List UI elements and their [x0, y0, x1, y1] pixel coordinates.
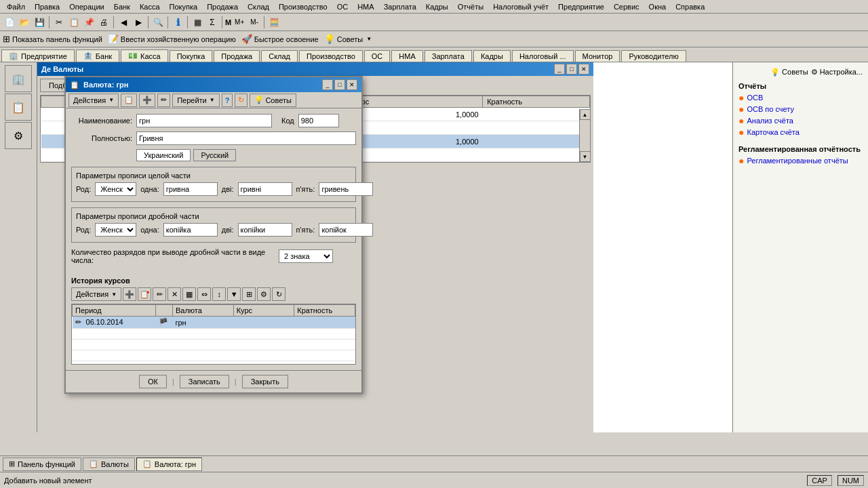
- right-panel-settings[interactable]: ⚙ Настройка...: [811, 68, 863, 77]
- modal-tips-btn[interactable]: 💡 Советы: [250, 94, 296, 107]
- lang-tab-ru[interactable]: Русский: [193, 149, 236, 161]
- hist-table-btn[interactable]: ▦: [182, 287, 196, 301]
- pyat-input-2[interactable]: [319, 223, 373, 237]
- menu-spravka[interactable]: Справка: [671, 2, 709, 12]
- tab-pokupka[interactable]: Покупка: [170, 50, 213, 62]
- menu-nma[interactable]: НМА: [353, 2, 378, 12]
- tab-os[interactable]: ОС: [364, 50, 391, 62]
- hist-refresh-btn[interactable]: ↻: [272, 287, 285, 301]
- tab-nma[interactable]: НМА: [391, 50, 422, 62]
- tb-grid[interactable]: ▦: [191, 16, 204, 29]
- taskbar-panel[interactable]: ⊞ Панель функций: [3, 458, 81, 471]
- menu-prodazha[interactable]: Продажа: [203, 2, 242, 12]
- hist-settings-btn[interactable]: ⚙: [257, 287, 271, 301]
- tb-sum[interactable]: Σ: [205, 16, 219, 29]
- left-nav-3[interactable]: ⚙: [5, 122, 32, 149]
- modal-copy-btn[interactable]: 📋: [121, 94, 137, 107]
- hist-delete-btn[interactable]: ✕: [167, 287, 181, 301]
- menu-zarplata[interactable]: Зарплата: [380, 2, 420, 12]
- modal-edit-btn[interactable]: ✏: [157, 94, 170, 107]
- hist-filter-btn[interactable]: ▼: [227, 287, 241, 301]
- tb-print[interactable]: 🖨: [97, 16, 111, 29]
- menu-servis[interactable]: Сервис: [610, 2, 644, 12]
- dvi-input-1[interactable]: [238, 182, 292, 196]
- hist-table-row[interactable]: ✏ 06.10.2014 🏴 грн: [73, 317, 355, 329]
- odna-input-2[interactable]: [163, 223, 218, 237]
- modal-maximize[interactable]: □: [334, 79, 345, 90]
- tb-mplus[interactable]: M+: [233, 16, 246, 29]
- menu-os[interactable]: ОС: [333, 2, 353, 12]
- quick-panel[interactable]: ⊞ Показать панель функций: [3, 34, 102, 44]
- hist-table-row[interactable]: [73, 340, 355, 350]
- rp-link-analiz[interactable]: ● Анализ счёта: [738, 116, 863, 125]
- razr-select[interactable]: 2 знака: [279, 249, 333, 263]
- modal-minimize[interactable]: _: [322, 79, 333, 90]
- scroll-vertical[interactable]: ▲ ▼: [579, 109, 590, 162]
- tb-mminus[interactable]: M-: [248, 16, 261, 29]
- tb-calc[interactable]: 🧮: [267, 16, 281, 29]
- lang-tab-ua[interactable]: Украинский: [136, 149, 191, 161]
- tab-production[interactable]: Производство: [299, 50, 363, 62]
- rp-link-osv-schet[interactable]: ● ОСВ по счету: [738, 104, 863, 114]
- left-nav-2[interactable]: 📋: [5, 94, 32, 121]
- odna-input-1[interactable]: [163, 182, 218, 196]
- tb-copy[interactable]: 📋: [67, 16, 81, 29]
- quick-osvoen[interactable]: 🚀 Быстрое освоение: [241, 34, 319, 44]
- tab-nalog[interactable]: Налоговый ...: [512, 50, 574, 62]
- bg-min-btn[interactable]: _: [554, 64, 565, 75]
- hist-copy-btn[interactable]: 📋●: [138, 287, 151, 301]
- rod-select-1[interactable]: Женск: [95, 182, 136, 196]
- tab-bank[interactable]: 🏦 Банк: [76, 49, 119, 62]
- menu-operations[interactable]: Операции: [65, 2, 108, 12]
- kod-input[interactable]: [298, 114, 339, 127]
- menu-kassa[interactable]: Касса: [136, 2, 164, 12]
- menu-file[interactable]: Файл: [3, 2, 29, 12]
- hist-arrows-btn[interactable]: ⇔: [197, 287, 211, 301]
- menu-okna[interactable]: Окна: [645, 2, 671, 12]
- modal-actions-btn[interactable]: Действия ▼: [68, 94, 119, 107]
- bg-close-btn[interactable]: ✕: [578, 64, 589, 75]
- tab-prodazha[interactable]: Продажа: [214, 50, 260, 62]
- left-nav-1[interactable]: 🏢: [5, 65, 32, 92]
- menu-bank[interactable]: Банк: [110, 2, 134, 12]
- right-panel-tips[interactable]: 💡 Советы: [770, 68, 808, 77]
- tab-kadry[interactable]: Кадры: [473, 50, 511, 62]
- hist-actions-btn[interactable]: Действия ▼: [71, 287, 121, 301]
- tb-cut[interactable]: ✂: [52, 16, 66, 29]
- tb-save[interactable]: 💾: [33, 16, 46, 29]
- menu-production[interactable]: Производство: [275, 2, 332, 12]
- menu-nalogoviy[interactable]: Налоговый учёт: [489, 2, 553, 12]
- quick-operation[interactable]: 📝 Ввести хозяйственную операцию: [108, 34, 236, 44]
- modal-help-btn[interactable]: ?: [222, 94, 233, 107]
- hist-sort-btn[interactable]: ↕: [212, 287, 226, 301]
- modal-refresh-btn[interactable]: ↻: [235, 94, 248, 107]
- scroll-up[interactable]: ▲: [580, 109, 591, 120]
- tb-open[interactable]: 📂: [18, 16, 31, 29]
- taskbar-valuta-grn[interactable]: 📋 Валюта: грн: [136, 458, 202, 471]
- rod-select-2[interactable]: Женск: [95, 223, 136, 237]
- tb-forward[interactable]: ▶: [132, 16, 145, 29]
- rp-link-reg[interactable]: ● Регламентированные отчёты: [738, 156, 863, 165]
- taskbar-valuty[interactable]: 📋 Валюты: [83, 458, 135, 471]
- hist-edit-btn[interactable]: ✏: [153, 287, 166, 301]
- footer-close-btn[interactable]: Закрыть: [242, 375, 288, 388]
- naim-input[interactable]: [136, 114, 272, 127]
- tb-new[interactable]: 📄: [3, 16, 16, 29]
- hist-table-row[interactable]: [73, 329, 355, 340]
- menu-pokupka[interactable]: Покупка: [165, 2, 202, 12]
- scroll-down[interactable]: ▼: [580, 151, 591, 162]
- tab-zarplata[interactable]: Зарплата: [425, 50, 472, 62]
- bg-max-btn[interactable]: □: [566, 64, 577, 75]
- rp-link-osv[interactable]: ● ОСВ: [738, 93, 863, 102]
- tab-monitor[interactable]: Монитор: [575, 50, 620, 62]
- modal-add-btn[interactable]: ➕: [139, 94, 155, 107]
- menu-predpriyatie[interactable]: Предприятие: [554, 2, 608, 12]
- menu-edit[interactable]: Правка: [31, 2, 64, 12]
- tab-kassa[interactable]: 💵 Касса: [121, 49, 168, 62]
- footer-write-btn[interactable]: Записать: [180, 375, 229, 388]
- tab-rukovoditel[interactable]: Руководителю: [621, 50, 686, 62]
- tb-back[interactable]: ◀: [117, 16, 130, 29]
- modal-close[interactable]: ✕: [347, 79, 357, 90]
- tb-info[interactable]: ℹ: [171, 16, 184, 29]
- quick-tips[interactable]: 💡 Советы ▼: [324, 34, 372, 44]
